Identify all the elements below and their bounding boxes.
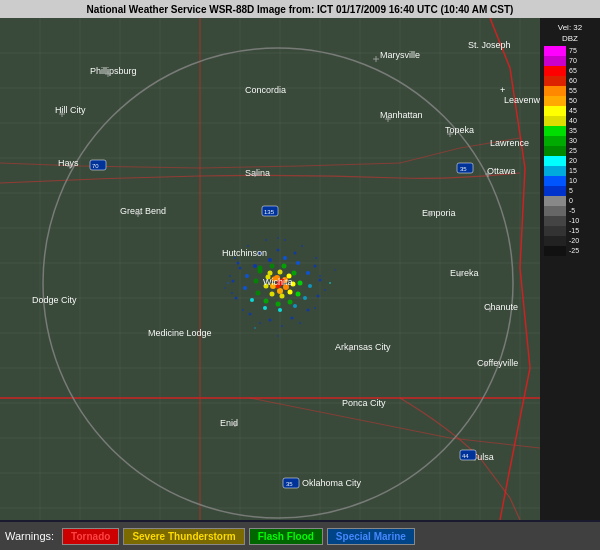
legend-value: -25 <box>569 246 579 256</box>
legend-value: 40 <box>569 116 577 126</box>
svg-point-40 <box>243 286 247 290</box>
legend-value: -15 <box>569 226 579 236</box>
legend-value: 10 <box>569 176 577 186</box>
legend-row: 40 <box>544 116 596 126</box>
svg-text:Great Bend: Great Bend <box>120 206 166 216</box>
legend-color-swatch <box>544 86 566 96</box>
legend-color-swatch <box>544 96 566 106</box>
legend-color-swatch <box>544 196 566 206</box>
legend-value: -10 <box>569 216 579 226</box>
svg-point-73 <box>280 294 285 299</box>
legend-row: 75 <box>544 46 596 56</box>
svg-point-102 <box>329 282 331 284</box>
svg-text:Emporia: Emporia <box>422 208 456 218</box>
svg-point-93 <box>231 292 233 294</box>
legend-color-swatch <box>544 146 566 156</box>
tornado-warning-badge[interactable]: Tornado <box>62 528 119 545</box>
legend-row: -5 <box>544 206 596 216</box>
legend-color-swatch <box>544 176 566 186</box>
legend-row: 30 <box>544 136 596 146</box>
svg-point-94 <box>229 275 231 277</box>
svg-point-88 <box>314 307 316 309</box>
svg-text:Coffeyville: Coffeyville <box>477 358 518 368</box>
svg-point-106 <box>224 287 226 289</box>
svg-text:Phillipsburg: Phillipsburg <box>90 66 137 76</box>
legend-color-swatch <box>544 136 566 146</box>
svg-point-44 <box>277 249 280 252</box>
legend-color-swatch <box>544 76 566 86</box>
svg-point-52 <box>249 313 252 316</box>
legend-value: 55 <box>569 86 577 96</box>
legend-value: 30 <box>569 136 577 146</box>
svg-text:Leavenworth: Leavenworth <box>504 95 540 105</box>
svg-text:Wichita: Wichita <box>263 277 293 287</box>
legend-row: 55 <box>544 86 596 96</box>
svg-point-103 <box>227 282 229 284</box>
legend-row: 0 <box>544 196 596 206</box>
svg-point-63 <box>276 302 281 307</box>
legend-row: 5 <box>544 186 596 196</box>
svg-text:35: 35 <box>286 481 293 487</box>
svg-point-64 <box>264 299 269 304</box>
svg-text:135: 135 <box>264 209 275 215</box>
svg-point-91 <box>259 322 261 324</box>
svg-point-99 <box>301 245 303 247</box>
legend-value: 5 <box>569 186 573 196</box>
legend-value: 35 <box>569 126 577 136</box>
svg-point-32 <box>296 261 300 265</box>
svg-text:Ottawa: Ottawa <box>487 166 516 176</box>
svg-point-62 <box>288 300 293 305</box>
legend-row: 50 <box>544 96 596 106</box>
svg-point-72 <box>288 290 293 295</box>
svg-text:+: + <box>500 85 505 95</box>
svg-text:Hays: Hays <box>58 158 79 168</box>
legend-row: 25 <box>544 146 596 156</box>
svg-point-67 <box>258 269 263 274</box>
legend-value: -5 <box>569 206 575 216</box>
legend-row: 35 <box>544 126 596 136</box>
svg-point-105 <box>334 269 336 271</box>
svg-point-48 <box>317 295 320 298</box>
legend-row: 70 <box>544 56 596 66</box>
legend-row: 15 <box>544 166 596 176</box>
legend-value: 0 <box>569 196 573 206</box>
svg-point-36 <box>293 304 297 308</box>
svg-point-31 <box>283 256 287 260</box>
flash-flood-warning-badge[interactable]: Flash Flood <box>249 528 323 545</box>
svg-text:Eureka: Eureka <box>450 268 479 278</box>
svg-point-86 <box>319 275 321 277</box>
legend-rows: 757065605550454035302520151050-5-10-15-2… <box>544 46 596 256</box>
legend-value: 45 <box>569 106 577 116</box>
svg-point-61 <box>296 292 301 297</box>
svg-point-54 <box>232 280 235 283</box>
legend-color-swatch <box>544 116 566 126</box>
svg-point-55 <box>237 262 240 265</box>
legend-row: 10 <box>544 176 596 186</box>
svg-point-80 <box>277 288 283 294</box>
svg-point-96 <box>247 245 249 247</box>
svg-point-38 <box>263 306 267 310</box>
svg-point-57 <box>270 264 275 269</box>
thunderstorm-warning-badge[interactable]: Severe Thunderstorm <box>123 528 244 545</box>
svg-point-33 <box>306 271 310 275</box>
svg-point-37 <box>278 308 282 312</box>
svg-point-46 <box>314 265 317 268</box>
svg-point-50 <box>291 317 294 320</box>
special-marine-warning-badge[interactable]: Special Marine <box>327 528 415 545</box>
svg-point-74 <box>270 292 275 297</box>
svg-text:Topeka: Topeka <box>445 125 474 135</box>
svg-text:35: 35 <box>460 166 467 172</box>
svg-point-39 <box>250 298 254 302</box>
svg-point-41 <box>245 274 249 278</box>
svg-point-47 <box>319 279 322 282</box>
svg-point-107 <box>277 335 279 337</box>
svg-point-69 <box>278 270 283 275</box>
svg-point-30 <box>268 258 272 262</box>
legend-value: 75 <box>569 46 577 56</box>
svg-point-98 <box>284 239 286 241</box>
svg-point-29 <box>253 264 257 268</box>
svg-text:Ponca City: Ponca City <box>342 398 386 408</box>
footer-bar: Warnings: Tornado Severe Thunderstorm Fl… <box>0 522 600 550</box>
radar-container: National Weather Service WSR-88D Image f… <box>0 0 600 550</box>
legend-value: 50 <box>569 96 577 106</box>
